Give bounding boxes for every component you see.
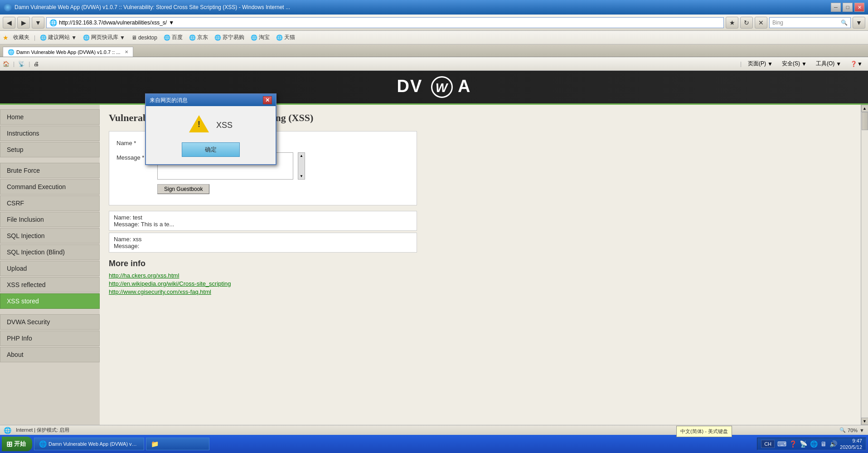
help-tray-icon: ❓ bbox=[789, 440, 797, 448]
tools-menu[interactable]: 工具(O)▼ bbox=[813, 59, 844, 68]
clock-date: 2020/5/12 bbox=[840, 444, 862, 450]
zoom-control[interactable]: 🔍 70%▼ bbox=[839, 427, 864, 433]
search-icon: 🔍 bbox=[841, 19, 848, 26]
taskbar-ie-label: Damn Vulnerable Web App (DVWA) v1.0.7 ::… bbox=[48, 441, 139, 447]
warning-icon: ! bbox=[189, 115, 209, 135]
bookmark-jianyi[interactable]: 🌐 建议网站▼ bbox=[38, 33, 78, 42]
dialog-icon-row: ! XSS bbox=[189, 115, 233, 135]
monitor-icon: 🖥 bbox=[820, 440, 827, 448]
tab-bar: 🌐 Damn Vulnerable Web App (DVWA) v1.0.7 … bbox=[0, 44, 868, 57]
bookmark-ie-icon2: 🌐 bbox=[83, 34, 90, 41]
taskbar-explorer-item[interactable]: 📁 bbox=[146, 438, 209, 450]
taskbar-ie-icon: 🌐 bbox=[39, 440, 47, 448]
browser-icon bbox=[4, 3, 12, 11]
address-url: http://192.168.3.7/dvwa/vulnerabilities/… bbox=[59, 19, 167, 26]
stop-button[interactable]: ✕ bbox=[755, 17, 767, 29]
ime-tooltip: 中文(简体) - 美式键盘 bbox=[676, 426, 732, 437]
security-zone: Internet | 保护模式: 启用 bbox=[16, 427, 69, 434]
browser-content: DV W A Home Instructions Setup Brute For… bbox=[0, 71, 868, 425]
bookmark-desktop[interactable]: 🖥 desktop bbox=[130, 34, 159, 42]
bookmarks-bar: ★ 收藏夹 | 🌐 建议网站▼ 🌐 网页快讯库▼ 🖥 desktop 🌐 百度 … bbox=[0, 31, 868, 44]
dvwa-body: Home Instructions Setup Brute Force Comm… bbox=[0, 105, 868, 425]
bookmarks-label[interactable]: 收藏夹 bbox=[11, 33, 31, 42]
warning-exclaim-icon: ! bbox=[198, 120, 200, 129]
active-tab[interactable]: 🌐 Damn Vulnerable Web App (DVWA) v1.0.7 … bbox=[3, 47, 133, 57]
bookmark-desktop-icon: 🖥 bbox=[131, 34, 137, 41]
command-bar: 🏠 | 📡 | 🖨 | 页面(P)▼ 安全(S)▼ 工具(O)▼ ❓▼ bbox=[0, 57, 868, 71]
tab-icon: 🌐 bbox=[8, 49, 15, 55]
help-menu[interactable]: ❓▼ bbox=[848, 60, 865, 68]
refresh-button[interactable]: ↻ bbox=[740, 17, 753, 29]
tab-close-icon[interactable]: ✕ bbox=[125, 49, 128, 54]
print-icon: 🖨 bbox=[34, 61, 39, 67]
taskbar-ie-item[interactable]: 🌐 Damn Vulnerable Web App (DVWA) v1.0.7 … bbox=[34, 438, 144, 450]
dialog-ok-button[interactable]: 确定 bbox=[182, 142, 240, 157]
dialog-body: ! XSS 确定 bbox=[146, 106, 276, 164]
system-tray: CH ⌨ ❓ 📡 🌐 🖥 🔊 9:47 2020/5/12 bbox=[757, 438, 866, 450]
window-controls: ─ □ ✕ bbox=[831, 3, 864, 12]
network-icon: 📡 bbox=[800, 440, 807, 448]
zoom-icon: 🔍 bbox=[839, 427, 846, 433]
page-menu[interactable]: 页面(P)▼ bbox=[745, 59, 776, 68]
ime-indicator[interactable]: CH bbox=[761, 440, 775, 448]
taskbar-folder-icon: 📁 bbox=[151, 440, 159, 448]
minimize-button[interactable]: ─ bbox=[831, 3, 841, 12]
status-bar: 🌐 Internet | 保护模式: 启用 🔍 70%▼ bbox=[0, 425, 868, 435]
bookmark-ie-icon: 🌐 bbox=[40, 34, 47, 41]
taskbar: ⊞ 开始 🌐 Damn Vulnerable Web App (DVWA) v1… bbox=[0, 435, 868, 453]
keyboard-icon: ⌨ bbox=[777, 440, 786, 448]
search-placeholder: Bing bbox=[772, 19, 783, 26]
favorites-button[interactable]: ★ bbox=[726, 17, 738, 29]
start-button[interactable]: ⊞ 开始 bbox=[2, 437, 32, 451]
bookmark-ie-icon6: 🌐 bbox=[251, 34, 257, 41]
zone-icon: 🌐 bbox=[4, 427, 11, 434]
bookmark-ie-icon4: 🌐 bbox=[189, 34, 196, 41]
dropdown-button[interactable]: ▼ bbox=[32, 17, 44, 29]
address-icon: 🌐 bbox=[49, 19, 57, 26]
bookmark-ie-icon7: 🌐 bbox=[276, 34, 283, 41]
volume-icon: 🔊 bbox=[829, 440, 837, 448]
bookmark-ie-icon5: 🌐 bbox=[214, 34, 221, 41]
dialog-box: 来自网页的消息 ✕ ! XSS 确定 bbox=[145, 105, 276, 165]
bookmark-suning[interactable]: 🌐 苏宁易购 bbox=[213, 33, 246, 42]
start-label: 开始 bbox=[14, 440, 26, 448]
bookmark-taobao[interactable]: 🌐 淘宝 bbox=[249, 33, 272, 42]
favorites-star-icon: ★ bbox=[3, 34, 9, 41]
window-title: Damn Vulnerable Web App (DVWA) v1.0.7 ::… bbox=[15, 4, 831, 10]
bookmark-kuaixun[interactable]: 🌐 网页快讯库▼ bbox=[81, 33, 127, 42]
search-box[interactable]: Bing 🔍 bbox=[769, 17, 851, 28]
forward-button[interactable]: ▶ bbox=[17, 17, 30, 29]
home-cmd-icon: 🏠 bbox=[3, 61, 10, 67]
bookmark-baidu[interactable]: 🌐 百度 bbox=[162, 33, 184, 42]
zoom-level: 70% bbox=[848, 428, 858, 433]
close-button[interactable]: ✕ bbox=[854, 3, 864, 12]
tab-label: Damn Vulnerable Web App (DVWA) v1.0.7 ::… bbox=[16, 49, 120, 55]
dialog-overlay: 来自网页的消息 ✕ ! XSS 确定 bbox=[0, 105, 868, 425]
bookmark-tianmao[interactable]: 🌐 天猫 bbox=[274, 33, 297, 42]
clock-time: 9:47 bbox=[840, 438, 862, 444]
system-clock: 9:47 2020/5/12 bbox=[840, 438, 862, 450]
windows-logo-icon: ⊞ bbox=[6, 440, 12, 448]
dvwa-page: DV W A Home Instructions Setup Brute For… bbox=[0, 71, 868, 425]
address-dropdown[interactable]: ▼ bbox=[169, 19, 174, 26]
address-bar[interactable]: 🌐 http://192.168.3.7/dvwa/vulnerabilitie… bbox=[46, 17, 724, 28]
dialog-message: XSS bbox=[216, 121, 233, 130]
bookmark-jingdong[interactable]: 🌐 京东 bbox=[187, 33, 210, 42]
nav-bar: ◀ ▶ ▼ 🌐 http://192.168.3.7/dvwa/vulnerab… bbox=[0, 15, 868, 31]
language-icon: 🌐 bbox=[810, 440, 818, 448]
rss-icon: 📡 bbox=[18, 61, 25, 67]
security-menu[interactable]: 安全(S)▼ bbox=[779, 59, 810, 68]
search-dropdown[interactable]: ▼ bbox=[853, 17, 865, 29]
maximize-button[interactable]: □ bbox=[843, 3, 853, 12]
back-button[interactable]: ◀ bbox=[3, 17, 15, 29]
browser-window: Damn Vulnerable Web App (DVWA) v1.0.7 ::… bbox=[0, 0, 868, 453]
title-bar: Damn Vulnerable Web App (DVWA) v1.0.7 ::… bbox=[0, 0, 868, 15]
bookmark-ie-icon3: 🌐 bbox=[164, 34, 170, 41]
